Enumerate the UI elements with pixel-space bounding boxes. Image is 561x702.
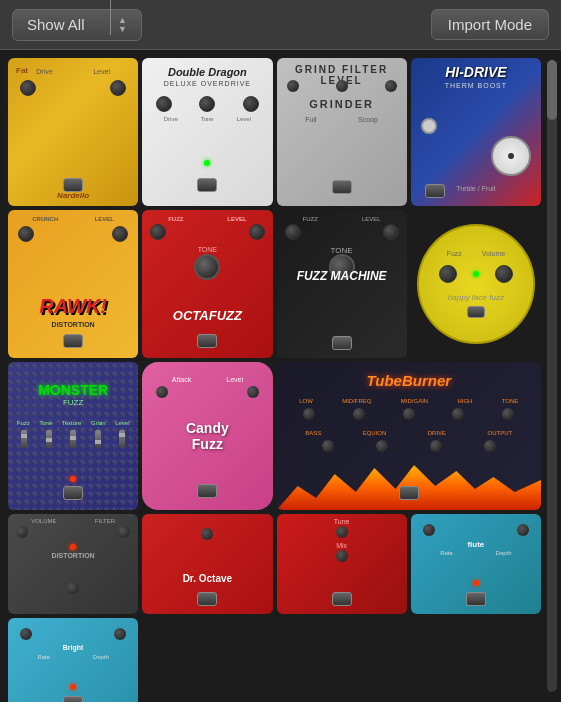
octafuzz-knob-fuzz[interactable]: [150, 224, 166, 240]
pedal-flute[interactable]: flute RateDepth: [411, 514, 541, 614]
tube-burner-flames: [277, 450, 542, 510]
tb-knob-low[interactable]: [303, 408, 315, 420]
pedal-candy-fuzz[interactable]: AttackLevel CandyFuzz: [142, 362, 272, 510]
dd-knob-drive[interactable]: [156, 96, 172, 112]
bright-knob-rate[interactable]: [20, 628, 32, 640]
hidrive-footswitch[interactable]: [425, 184, 445, 198]
footswitch[interactable]: [63, 178, 83, 192]
mf-slider-level[interactable]: [119, 430, 125, 448]
candy-footswitch[interactable]: [197, 484, 217, 498]
import-mode-button[interactable]: Import Mode: [431, 9, 549, 40]
grinder-knob-grind[interactable]: [287, 80, 299, 92]
octafuzz-title: OCTAFUZZ: [142, 308, 272, 323]
scrollbar-thumb[interactable]: [547, 60, 557, 120]
hidrive-knob-level[interactable]: [421, 118, 437, 134]
monsterfuzz-footswitch[interactable]: [63, 486, 83, 500]
tb-knob-midgain[interactable]: [403, 408, 415, 420]
fat-name-label: Nardello: [8, 191, 138, 200]
chevrons-icon: ▲▼: [118, 16, 127, 34]
knob-level[interactable]: [110, 80, 126, 96]
mf-slider-fuzz[interactable]: [21, 430, 27, 448]
scrollbar[interactable]: [547, 60, 557, 692]
rawk-knob-level[interactable]: [112, 226, 128, 242]
dist-knob-main[interactable]: [67, 582, 79, 594]
droctave-footswitch[interactable]: [197, 592, 217, 606]
pedal-double-dragon[interactable]: Double Dragon DELUXE OVERDRIVE Drive Ton…: [142, 58, 272, 206]
rawk-title: RAWK!: [8, 295, 138, 318]
mf-slider-grain[interactable]: [95, 430, 101, 448]
pedal-grid-container: Fat Drive Level Nardello Double Dragon D…: [0, 50, 561, 702]
hf-name: happy face fuzz: [448, 293, 504, 302]
grinder-main-title: GRINDER: [277, 98, 407, 110]
pedal-fuzz-machine[interactable]: FUZZLEVEL TONE FUZZ MACHINE: [277, 210, 407, 358]
pedal-red-stomp[interactable]: Tune Mix: [277, 514, 407, 614]
tb-knob-equion[interactable]: [376, 440, 388, 452]
bright-knob-depth[interactable]: [114, 628, 126, 640]
candy-title: CandyFuzz: [142, 420, 272, 452]
import-mode-label: Import Mode: [448, 16, 532, 33]
fuzzmachine-title: FUZZ MACHINE: [277, 269, 407, 283]
rawk-footswitch[interactable]: [63, 334, 83, 348]
happy-face-body: Fuzz Volume happy face fuzz: [417, 224, 535, 344]
pedal-hi-drive[interactable]: HI-DRIVE THERM BOOST Treble / Fruit: [411, 58, 541, 206]
tb-knob-drive[interactable]: [430, 440, 442, 452]
grinder-knob-filter[interactable]: [336, 80, 348, 92]
droctave-knob[interactable]: [201, 528, 213, 540]
pedal-dr-octave[interactable]: Dr. Octave: [142, 514, 272, 614]
label-drive: Drive: [36, 68, 52, 75]
flute-footswitch[interactable]: [466, 592, 486, 606]
candy-knob-attack[interactable]: [156, 386, 168, 398]
grinder-footswitch[interactable]: [332, 180, 352, 194]
show-all-label: Show All: [27, 16, 85, 33]
tubeburner-footswitch[interactable]: [399, 486, 419, 500]
pedal-rawk[interactable]: CRUNCHLEVEL RAWK! DISTORTION: [8, 210, 138, 358]
hf-knob-fuzz[interactable]: [439, 265, 457, 283]
bright-footswitch[interactable]: [63, 696, 83, 702]
pedal-monster-fuzz[interactable]: MONSTER FUZZ Fuzz Tone Texture Grain Lev…: [8, 362, 138, 510]
monsterfuzz-sub: FUZZ: [8, 398, 138, 407]
pedal-distortion-sm[interactable]: VOLUMEFILTER DISTORTION: [8, 514, 138, 614]
bright-title: Bright: [8, 644, 138, 651]
tb-knob-tone[interactable]: [502, 408, 514, 420]
show-all-button[interactable]: Show All ▲▼: [12, 9, 142, 41]
tb-knob-bass[interactable]: [322, 440, 334, 452]
dist-knob-volume[interactable]: [16, 526, 28, 538]
flute-knob-depth[interactable]: [517, 524, 529, 536]
fuzzmachine-knob-level[interactable]: [383, 224, 399, 240]
pedal-tube-burner[interactable]: TubeBurner LOW MID/FREQ MID/GAIN HIGH TO…: [277, 362, 542, 510]
monsterfuzz-title: MONSTER: [8, 382, 138, 398]
tb-knob-high[interactable]: [452, 408, 464, 420]
redstomp-footswitch[interactable]: [332, 592, 352, 606]
mf-slider-tone[interactable]: [46, 430, 52, 448]
candy-knob-level[interactable]: [247, 386, 259, 398]
fuzzmachine-footswitch[interactable]: [332, 336, 352, 350]
redstomp-knob-mix[interactable]: [336, 550, 348, 562]
tb-knob-output[interactable]: [484, 440, 496, 452]
dd-knob-tone[interactable]: [199, 96, 215, 112]
redstomp-knob[interactable]: [336, 526, 348, 538]
hidrive-sub: THERM BOOST: [411, 82, 541, 89]
pedal-grinder[interactable]: GRIND FILTER LEVEL GRINDER Full Scoop: [277, 58, 407, 206]
flute-led: [473, 580, 479, 586]
grinder-knob-level[interactable]: [385, 80, 397, 92]
monsterfuzz-led: [70, 476, 76, 482]
hf-knob-volume[interactable]: [495, 265, 513, 283]
dd-footswitch[interactable]: [197, 178, 217, 192]
flute-knob-rate[interactable]: [423, 524, 435, 536]
tb-knob-midfreq[interactable]: [353, 408, 365, 420]
hidrive-dial[interactable]: [491, 136, 531, 176]
knob-drive[interactable]: [20, 80, 36, 96]
pedal-octafuzz[interactable]: FUZZLEVEL TONE OCTAFUZZ: [142, 210, 272, 358]
octafuzz-footswitch[interactable]: [197, 334, 217, 348]
hf-footswitch[interactable]: [467, 306, 485, 318]
fuzzmachine-knob-fuzz[interactable]: [285, 224, 301, 240]
octafuzz-knob-level[interactable]: [249, 224, 265, 240]
pedal-bright[interactable]: Bright RateDepth: [8, 618, 138, 702]
pedal-happy-face-fuzz[interactable]: Fuzz Volume happy face fuzz: [411, 210, 541, 358]
octafuzz-big-knob[interactable]: [194, 254, 220, 280]
pedal-fat-yellow[interactable]: Fat Drive Level Nardello: [8, 58, 138, 206]
mf-slider-texture[interactable]: [70, 430, 76, 448]
dist-knob-filter[interactable]: [118, 526, 130, 538]
dd-knob-level[interactable]: [243, 96, 259, 112]
rawk-knob-crunch[interactable]: [18, 226, 34, 242]
